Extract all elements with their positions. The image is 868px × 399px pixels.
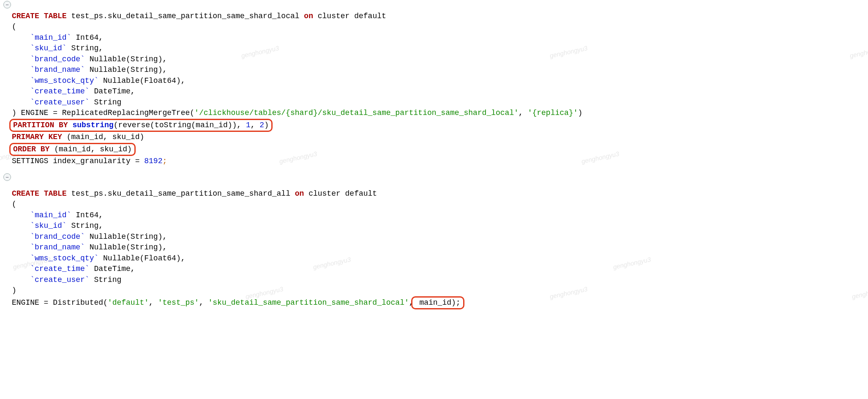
sql-code-block-1: −CREATE TABLE test_ps.sku_detail_same_pa… — [4, 0, 868, 309]
fold-minus-icon[interactable]: − — [3, 173, 11, 181]
string-literal: 'sku_detail_same_partition_same_shard_lo… — [208, 298, 409, 307]
column-main-id: `main_id` — [30, 33, 71, 42]
column-brand-code: `brand_code` — [30, 232, 85, 241]
paren-open: ( — [12, 200, 16, 208]
highlight-shard-key: main_id); — [411, 296, 464, 310]
paren-close: ) — [578, 109, 582, 117]
column-type: Int64, — [71, 33, 103, 42]
column-sku-id: `sku_id` — [30, 44, 66, 52]
column-brand-code: `brand_code` — [30, 55, 85, 63]
string-literal: '{replica}' — [528, 109, 578, 117]
column-create-time: `create_time` — [30, 265, 89, 273]
number-literal: 8192 — [144, 157, 162, 165]
table-name: test_ps.sku_detail_same_partition_same_s… — [67, 12, 304, 20]
column-sku-id: `sku_id` — [30, 221, 66, 230]
order-by-cols: (main_id, sku_id) — [49, 145, 131, 153]
string-literal: '/clickhouse/tables/{shard}/sku_detail_s… — [194, 109, 519, 117]
column-main-id: `main_id` — [30, 211, 71, 219]
column-type: Nullable(Float64), — [98, 254, 185, 262]
column-type: String, — [67, 44, 103, 52]
column-type: Nullable(String), — [85, 66, 167, 74]
column-type: Nullable(String), — [85, 232, 167, 241]
column-wms-stock-qty: `wms_stock_qty` — [30, 254, 98, 262]
args-start: (reverse(toString(main_id)), — [114, 121, 246, 129]
engine-clause-start: ENGINE = Distributed( — [12, 298, 108, 307]
number-literal: 2 — [259, 121, 264, 129]
column-type: String — [90, 276, 122, 284]
column-type: Nullable(Float64), — [98, 77, 185, 85]
column-wms-stock-qty: `wms_stock_qty` — [30, 77, 98, 85]
string-literal: 'test_ps' — [158, 298, 199, 307]
kw-table: TABLE — [44, 189, 67, 198]
func-substring: substring — [72, 121, 113, 129]
settings-clause: SETTINGS index_granularity = — [12, 157, 144, 165]
column-brand-name: `brand_name` — [30, 66, 85, 74]
semicolon: ; — [162, 157, 167, 165]
paren-open: ( — [12, 22, 16, 31]
kw-table: TABLE — [44, 12, 67, 20]
kw-on: on — [295, 189, 304, 198]
column-create-user: `create_user` — [30, 276, 89, 284]
column-type: String, — [67, 221, 103, 230]
kw-primary-key: PRIMARY KEY — [12, 133, 62, 141]
column-type: Nullable(String), — [85, 55, 167, 63]
column-type: Nullable(String), — [85, 243, 167, 251]
cluster-clause: cluster default — [304, 189, 377, 198]
highlight-partition-by: PARTITION BY substring(reverse(toString(… — [9, 119, 273, 132]
highlight-order-by: ORDER BY (main_id, sku_id) — [9, 143, 136, 156]
paren-close: ) — [12, 286, 16, 295]
kw-order-by: ORDER BY — [13, 145, 49, 153]
table-name: test_ps.sku_detail_same_partition_same_s… — [67, 189, 295, 198]
column-create-time: `create_time` — [30, 87, 89, 96]
shard-key-text: main_id); — [415, 298, 461, 307]
column-brand-name: `brand_name` — [30, 243, 85, 251]
kw-create: CREATE — [12, 12, 39, 20]
comma: , — [251, 121, 260, 129]
column-type: String — [90, 98, 122, 107]
comma: , — [199, 298, 208, 307]
primary-key-cols: (main_id, sku_id) — [62, 133, 144, 141]
kw-partition-by: PARTITION BY — [13, 121, 68, 129]
kw-on: on — [304, 12, 313, 20]
column-type: DateTime, — [90, 265, 135, 273]
column-type: Int64, — [71, 211, 103, 219]
comma: , — [519, 109, 528, 117]
kw-create: CREATE — [12, 189, 39, 198]
comma: , — [149, 298, 158, 307]
paren-close: ) — [264, 121, 269, 129]
fold-minus-icon[interactable]: − — [3, 1, 11, 8]
column-type: DateTime, — [90, 87, 135, 96]
column-create-user: `create_user` — [30, 98, 89, 107]
number-literal: 1 — [246, 121, 251, 129]
engine-clause-start: ) ENGINE = ReplicatedReplacingMergeTree( — [12, 109, 194, 117]
string-literal: 'default' — [108, 298, 149, 307]
cluster-clause: cluster default — [313, 12, 386, 20]
